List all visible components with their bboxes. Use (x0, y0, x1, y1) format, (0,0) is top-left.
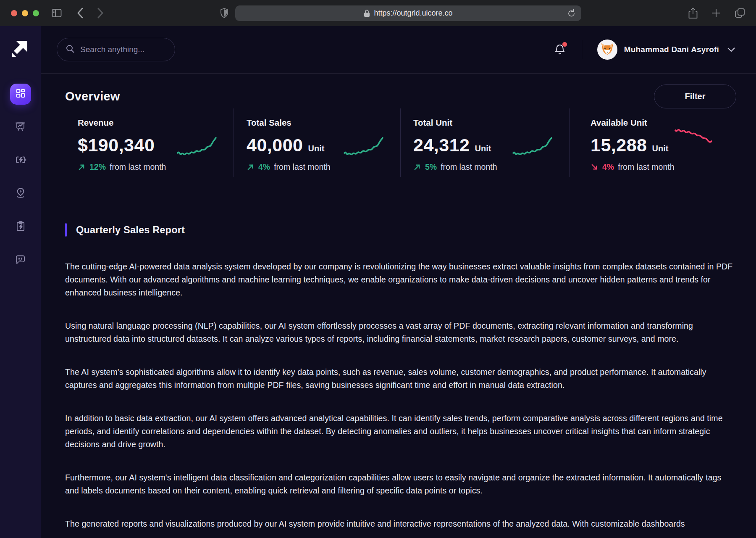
sidebar-item-feedback[interactable] (10, 250, 31, 271)
stat-value: 40,000 (247, 135, 303, 156)
grid-dashboard-icon (15, 88, 26, 100)
stat-label: Total Sales (247, 118, 400, 128)
browser-window: https://outgrid.uicore.co (0, 0, 756, 538)
sidebar-toggle-icon[interactable] (52, 8, 62, 18)
outgrid-logo (10, 40, 28, 58)
sparkline-up-icon (176, 133, 217, 160)
presentation-chart-icon (15, 121, 26, 134)
battery-charging-icon (15, 154, 26, 167)
top-bar: Muhammad Dani Asyrofi (41, 26, 756, 74)
forward-icon[interactable] (97, 8, 104, 18)
minimize-window-button[interactable] (22, 10, 28, 16)
sidebar-nav (10, 84, 31, 271)
report-paragraph: In addition to basic data extraction, ou… (65, 412, 735, 451)
sidebar (0, 26, 41, 538)
section-title: Quarterly Sales Report (76, 224, 185, 236)
privacy-shield-icon[interactable] (220, 8, 228, 18)
search-icon (66, 44, 75, 55)
stat-unit: Unit (652, 144, 669, 153)
close-window-button[interactable] (11, 10, 17, 16)
search-box[interactable] (57, 38, 175, 61)
sidebar-item-dashboard[interactable] (10, 84, 31, 105)
stat-delta-text: from last month (441, 162, 497, 172)
browser-toolbar: https://outgrid.uicore.co (0, 0, 756, 26)
address-bar[interactable]: https://outgrid.uicore.co (235, 5, 581, 21)
notification-badge (562, 42, 567, 47)
sidebar-item-analytics[interactable] (10, 117, 31, 138)
stats-row: Revenue $190,340 12% from last month (65, 108, 736, 177)
chat-smile-icon (15, 254, 26, 267)
stat-delta-pct: 12% (89, 162, 106, 172)
stat-delta-text: from last month (274, 162, 330, 172)
report-paragraph: The AI system's sophisticated algorithms… (65, 366, 735, 392)
trend-up-arrow-icon (413, 163, 421, 171)
sparkline-up-icon (512, 133, 552, 160)
page-title: Overview (65, 90, 120, 103)
chevron-down-icon[interactable] (727, 47, 735, 52)
stat-delta-pct: 5% (425, 162, 437, 172)
stat-delta-text: from last month (110, 162, 166, 172)
report-paragraph: The cutting-edge AI-powered data analysi… (65, 260, 735, 299)
reload-icon[interactable] (567, 9, 575, 18)
new-tab-icon[interactable] (711, 8, 721, 19)
stat-value: $190,340 (78, 135, 155, 156)
report-paragraph: The generated reports and visualizations… (65, 517, 735, 530)
notifications-button[interactable] (554, 43, 566, 56)
stat-delta-text: from last month (618, 162, 674, 172)
clipboard-bolt-icon (15, 221, 26, 233)
sidebar-item-charging-station[interactable] (10, 183, 31, 204)
stat-delta-pct: 4% (602, 162, 614, 172)
location-bolt-icon (15, 187, 26, 200)
user-name: Muhammad Dani Asyrofi (624, 45, 719, 54)
url-text: https://outgrid.uicore.co (374, 9, 452, 18)
search-input[interactable] (80, 45, 164, 54)
tab-overview-icon[interactable] (735, 8, 745, 19)
stat-card-total-unit: Total Unit 24,312 Unit 5% from last mont… (400, 108, 569, 177)
filter-button[interactable]: Filter (654, 84, 736, 108)
trend-up-arrow-icon (78, 163, 86, 171)
zoom-window-button[interactable] (33, 10, 39, 16)
stat-label: Revenue (78, 118, 234, 128)
report-paragraph: Using natural language processing (NLP) … (65, 319, 735, 345)
sidebar-item-battery[interactable] (10, 150, 31, 171)
stat-unit: Unit (308, 144, 325, 153)
trend-down-arrow-icon (591, 163, 598, 171)
section-accent-bar (65, 223, 67, 237)
stat-label: Available Unit (591, 118, 736, 128)
header-divider (582, 40, 582, 59)
share-icon[interactable] (688, 8, 698, 19)
window-controls (11, 10, 39, 16)
stat-card-total-sales: Total Sales 40,000 Unit 4% from last mon… (234, 108, 400, 177)
sparkline-up-icon (343, 133, 383, 160)
trend-up-arrow-icon (247, 163, 255, 171)
stat-label: Total Unit (413, 118, 569, 128)
stat-delta-pct: 4% (258, 162, 270, 172)
stat-card-available-unit: Available Unit 15,288 Unit 4% from last … (569, 108, 736, 177)
lock-icon (364, 9, 370, 17)
stat-card-revenue: Revenue $190,340 12% from last month (65, 108, 234, 177)
toolbar-right-icons (688, 8, 745, 19)
stat-unit: Unit (475, 144, 491, 153)
quarterly-sales-report: Quarterly Sales Report The cutting-edge … (65, 223, 736, 530)
sparkline-down-icon (674, 125, 712, 150)
stat-value: 15,288 (591, 135, 647, 156)
sidebar-item-energy-report[interactable] (10, 216, 31, 237)
report-paragraph: Furthermore, our AI system's intelligent… (65, 471, 735, 497)
avatar[interactable] (597, 40, 617, 60)
stat-value: 24,312 (413, 135, 470, 156)
back-icon[interactable] (77, 8, 84, 18)
